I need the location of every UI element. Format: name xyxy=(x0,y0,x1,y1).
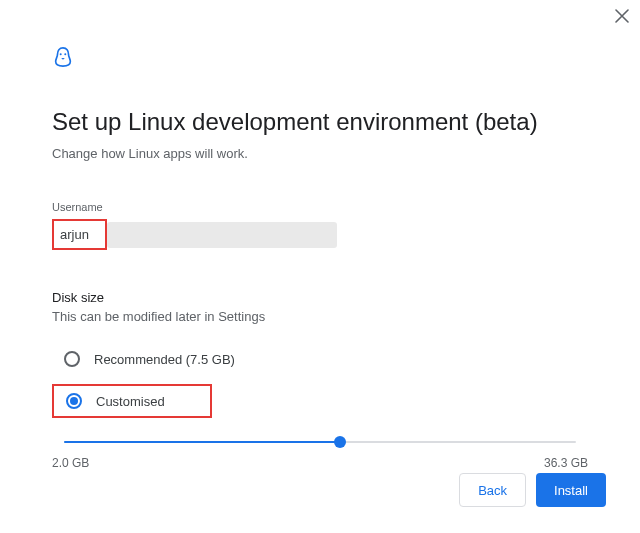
username-field-bg[interactable] xyxy=(107,222,337,248)
username-row: arjun xyxy=(52,219,588,250)
radio-icon[interactable] xyxy=(64,351,80,367)
slider-track-fill xyxy=(64,441,340,443)
dialog-subtitle: Change how Linux apps will work. xyxy=(52,146,588,161)
username-label: Username xyxy=(52,201,588,213)
slider-thumb[interactable] xyxy=(334,436,346,448)
close-icon[interactable] xyxy=(612,6,632,26)
radio-icon[interactable] xyxy=(66,393,82,409)
disk-size-slider[interactable] xyxy=(64,436,576,448)
back-button[interactable]: Back xyxy=(459,473,526,507)
linux-setup-dialog: Set up Linux development environment (be… xyxy=(0,0,640,533)
slider-min-label: 2.0 GB xyxy=(52,456,89,470)
radio-customised[interactable]: Customised xyxy=(52,384,212,418)
dialog-footer: Back Install xyxy=(459,473,606,507)
svg-point-1 xyxy=(64,53,66,55)
install-button[interactable]: Install xyxy=(536,473,606,507)
svg-point-0 xyxy=(60,53,62,55)
slider-labels: 2.0 GB 36.3 GB xyxy=(52,456,588,470)
penguin-icon xyxy=(52,46,74,68)
disk-size-title: Disk size xyxy=(52,290,588,305)
disk-size-desc: This can be modified later in Settings xyxy=(52,309,588,324)
radio-recommended[interactable]: Recommended (7.5 GB) xyxy=(52,344,588,374)
dialog-title: Set up Linux development environment (be… xyxy=(52,108,588,136)
username-input[interactable]: arjun xyxy=(52,219,107,250)
radio-customised-label: Customised xyxy=(96,394,165,409)
slider-max-label: 36.3 GB xyxy=(544,456,588,470)
radio-recommended-label: Recommended (7.5 GB) xyxy=(94,352,235,367)
